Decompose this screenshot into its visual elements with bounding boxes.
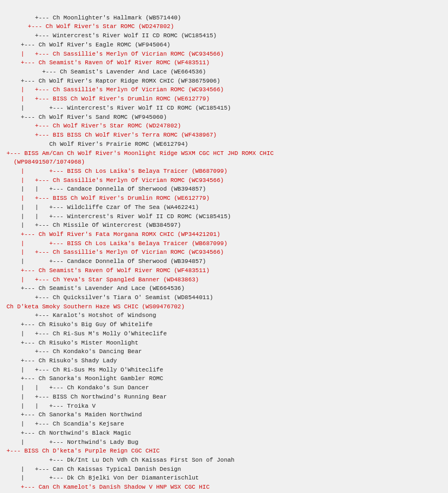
tree-line: | +--- Candace Donnella Of Sherwood (WB3… bbox=[6, 257, 442, 266]
tree-line: | | +--- Wintercrest's River Wolf II CD … bbox=[6, 212, 442, 221]
tree-line: | +--- Can Ch Kaissas Typical Danish Des… bbox=[6, 465, 442, 474]
tree-line: | +--- Ch Ri-Sus Ms Molly O'Whiteclife bbox=[6, 366, 442, 375]
tree-line: +--- Ch Moonlighter's Hallmark (WB571440… bbox=[6, 13, 442, 23]
tree-line: | +--- BISS Ch Northwind's Running Bear bbox=[6, 393, 442, 402]
tree-line: +--- BISS Ch D'keta's Purple Reign CGC C… bbox=[6, 447, 442, 456]
tree-line: +--- Ch Wolf River's Raptor Ridge ROMX C… bbox=[6, 77, 442, 86]
tree-line: (WP98491507/1074968) bbox=[6, 158, 442, 167]
tree-line: +--- Can Ch Kamelot's Danish Shadow V HN… bbox=[6, 483, 442, 492]
tree-line: +--- Ch Seamist's Lavender And Lace (WE6… bbox=[6, 284, 442, 293]
tree-line: +--- Ch Risuko's Mister Moonlight bbox=[6, 339, 442, 348]
tree-line: | +--- Ch Sassillie's Merlyn Of Vicrian … bbox=[6, 50, 442, 59]
tree-line: | | +--- Troika V bbox=[6, 402, 442, 411]
pedigree-tree: +--- Ch Moonlighter's Hallmark (WB571440… bbox=[6, 4, 442, 493]
tree-line: | +--- Ch Scandia's Kejsare bbox=[6, 420, 442, 429]
tree-line: +--- Ch Wolf River's Star ROMC (WD247802… bbox=[6, 22, 442, 31]
tree-line: | +--- Ch Sassillie's Merlyn Of Vicrian … bbox=[6, 248, 442, 257]
tree-line: Ch Wolf River's Prairie ROMC (WE612794) bbox=[6, 140, 442, 149]
tree-line: +--- Ch Wolf River's Sand ROMC (WF945060… bbox=[6, 113, 442, 122]
tree-line: | +--- Ch Ri-Sus M's Molly O'Whiteclife bbox=[6, 329, 442, 339]
tree-line: | +--- Ch Sassillie's Merlyn Of Vicrian … bbox=[6, 85, 442, 94]
tree-line: +--- Ch Sanorka's Maiden Northwind bbox=[6, 410, 442, 420]
tree-line: +--- Ch Kondako's Dancing Bear bbox=[6, 347, 442, 356]
tree-line: | | +--- Candace Donnella Of Sherwood (W… bbox=[6, 185, 442, 194]
tree-line: | +--- BISS Ch Wolf River's Drumlin ROMC… bbox=[6, 194, 442, 203]
tree-line: +--- Ch Sanorka's Moonlight Gambler ROMC bbox=[6, 374, 442, 383]
tree-line: | +--- BISS Ch Wolf River's Drumlin ROMC… bbox=[6, 94, 442, 104]
tree-line: +--- Wintercrest's River Wolf II CD ROMC… bbox=[6, 31, 442, 40]
tree-line: | +--- Ch Sassillie's Merlyn Of Vicrian … bbox=[6, 176, 442, 185]
tree-line: Ch D'keta Smoky Southern Haze WS CHIC (W… bbox=[6, 302, 442, 312]
tree-line: +--- BIS BISS Ch Wolf River's Terra ROMC… bbox=[6, 131, 442, 140]
tree-line: | | +--- Ch Kondako's Sun Dancer bbox=[6, 383, 442, 393]
tree-line: +--- Ch Wolf River's Star ROMC (WD247802… bbox=[6, 121, 442, 131]
tree-line: +--- Ch Wolf River's Eagle ROMC (WF94506… bbox=[6, 40, 442, 50]
tree-line: +--- Ch Northwind's Black Magic bbox=[6, 429, 442, 438]
tree-line: +--- Ch Wolf River's Fata Morgana ROMX C… bbox=[6, 230, 442, 239]
tree-line: +--- BISS Am/Can Ch Wolf River's Moonlig… bbox=[6, 149, 442, 158]
tree-line: +--- Ch Seamist's Raven Of Wolf River RO… bbox=[6, 266, 442, 275]
tree-line: | +--- Dk Ch Bjelki Von Der Diamanterisc… bbox=[6, 474, 442, 483]
tree-line: +--- Ch Seamist's Raven Of Wolf River RO… bbox=[6, 58, 442, 67]
tree-line: | +--- Ch Missile Of Wintercrest (WB3845… bbox=[6, 221, 442, 230]
tree-line: +--- Dk/Int Lu Dch Vdh Ch Kaissas First … bbox=[6, 456, 442, 465]
tree-line: +--- Karalot's Hotshot of Windsong bbox=[6, 311, 442, 320]
tree-line: +--- Ch Seamist's Lavender And Lace (WE6… bbox=[6, 67, 442, 77]
tree-line: | +--- Ch Yeva's Star Spangled Banner (W… bbox=[6, 275, 442, 285]
tree-line: | +--- BISS Ch Los Laika's Belaya Traice… bbox=[6, 239, 442, 248]
tree-line: +--- Ch Risuko's Shady Lady bbox=[6, 356, 442, 366]
tree-line: | | +--- Wildcliffe Czar Of The Sea (WA4… bbox=[6, 203, 442, 212]
tree-line: +--- Ch Risuko's Big Guy Of Whitelife bbox=[6, 320, 442, 329]
tree-line: | +--- Wintercrest's River Wolf II CD RO… bbox=[6, 104, 442, 113]
tree-line: | +--- Northwind's Lady Bug bbox=[6, 438, 442, 447]
tree-line: +--- Ch Quicksilver's Tiara O' Seamist (… bbox=[6, 293, 442, 302]
tree-line: | +--- BISS Ch Los Laika's Belaya Traice… bbox=[6, 167, 442, 176]
